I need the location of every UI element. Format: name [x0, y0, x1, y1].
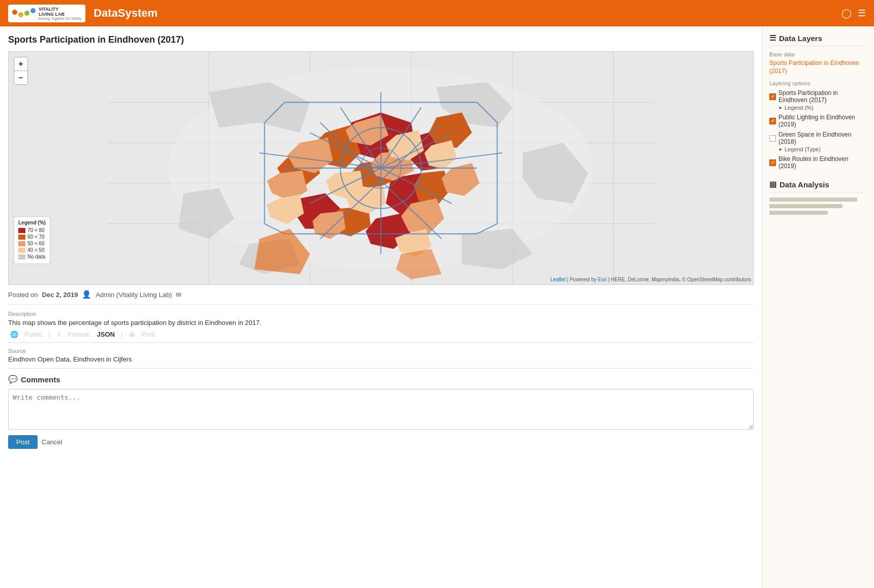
data-layers-label: Data Layers	[779, 34, 822, 43]
layer-name-1: Sports Participation in Eindhoven (2017)	[778, 89, 867, 104]
data-layers-section: ☰ Data Layers Base data Sports Participa…	[769, 34, 867, 170]
print-label[interactable]: Print	[141, 331, 155, 338]
layer-item-3: Green Space in Eindhoven (2018) ► Legend…	[769, 131, 867, 152]
right-sidebar: ☰ Data Layers Base data Sports Participa…	[762, 26, 874, 588]
legend-item-3: 50 < 60	[18, 241, 46, 246]
download-icon[interactable]: ⇩	[56, 331, 62, 338]
layer-row-4[interactable]: ✓ Bike Routes in Eindhoven (2019)	[769, 155, 867, 170]
format-label: Format:	[68, 331, 91, 338]
data-analysis-section: ▤ Data Analysis	[769, 180, 867, 215]
print-icon: 🖶	[129, 331, 135, 338]
description-label: Description	[8, 311, 754, 317]
checkmark-2: ✓	[771, 118, 775, 123]
logo-circle-yellow	[18, 12, 23, 17]
legend-item-4: 40 < 50	[18, 247, 46, 253]
comments-section: 💬 Comments Post Cancel	[8, 369, 754, 455]
legend-expand-label-1: Legend (%)	[785, 105, 814, 111]
base-data-label: Base data	[769, 51, 867, 57]
layer-checkbox-2[interactable]: ✓	[769, 118, 776, 124]
chevron-icon-3: ►	[778, 147, 783, 152]
zoom-in-button[interactable]: +	[14, 57, 27, 71]
leaflet-link[interactable]: Leaflet	[550, 277, 566, 282]
checkmark-4: ✓	[771, 160, 775, 165]
layer-name-4: Bike Routes in Eindhoven (2019)	[778, 155, 867, 170]
legend-expand-label-3: Legend (Type)	[785, 146, 821, 152]
layer-name-2: Public Lighting in Eindhoven (2019)	[778, 114, 867, 128]
comments-textarea[interactable]	[8, 389, 754, 430]
legend-label-5: No data	[27, 254, 45, 259]
app-title: DataSystem	[93, 7, 158, 20]
data-analysis-bars	[769, 198, 867, 215]
chart-icon: ▤	[769, 180, 776, 189]
legend-title: Legend (%)	[18, 220, 46, 225]
layer-row-2[interactable]: ✓ Public Lighting in Eindhoven (2019)	[769, 114, 867, 128]
layer-checkbox-4[interactable]: ✓	[769, 159, 776, 166]
person-icon: 👤	[82, 290, 91, 299]
analysis-bar-3	[769, 211, 828, 215]
analysis-bar-2	[769, 204, 842, 208]
post-button[interactable]: Post	[8, 435, 38, 449]
left-content: Sports Participation in Eindhoven (2017)…	[0, 26, 762, 588]
comments-icon: 💬	[8, 375, 18, 384]
author-name: Admin (Vitality Living Lab)	[96, 291, 172, 299]
legend-color-2	[18, 235, 25, 240]
data-layers-title: ☰ Data Layers	[769, 34, 867, 46]
logo-container: VITALITY LIVING LAB Moving Together for …	[8, 5, 85, 22]
map-legend: Legend (%) 70 < 80 60 < 70 50 < 60 40 < …	[14, 216, 50, 264]
legend-label-2: 60 < 70	[27, 234, 45, 240]
visibility-label: Public	[24, 331, 42, 338]
post-info: Posted on Dec 2, 2019 👤 Admin (Vitality …	[8, 285, 754, 305]
map-container[interactable]: + –	[8, 51, 754, 285]
legend-item-1: 70 < 80	[18, 227, 46, 233]
comments-title-text: Comments	[21, 375, 60, 384]
logo-circle-orange	[12, 10, 17, 15]
legend-color-5	[18, 254, 25, 259]
checkmark-1: ✓	[771, 94, 775, 99]
esri-link[interactable]: Esri	[598, 277, 607, 282]
description-text: This map shows the percentage of sports …	[8, 319, 754, 326]
comments-title: 💬 Comments	[8, 375, 754, 384]
cancel-button[interactable]: Cancel	[42, 438, 62, 446]
layering-label: Layering options	[769, 80, 867, 86]
source-text: Eindhovn Open Data, Eindhoven in Cijfers	[8, 355, 754, 363]
user-icon[interactable]: ◯	[841, 8, 852, 19]
layer-row-1[interactable]: ✓ Sports Participation in Eindhoven (201…	[769, 89, 867, 104]
globe-icon: 🌐	[10, 331, 18, 338]
legend-item-2: 60 < 70	[18, 234, 46, 240]
source-label: Source	[8, 348, 754, 354]
logo-text: VITALITY LIVING LAB Moving Together for …	[39, 7, 81, 20]
format-value[interactable]: JSON	[97, 331, 115, 338]
layer-checkbox-3[interactable]	[769, 135, 776, 142]
map-zoom-controls: + –	[14, 57, 28, 85]
layer-expand-3[interactable]: ► Legend (Type)	[778, 146, 867, 152]
layer-name-3: Green Space in Eindhoven (2018)	[778, 131, 867, 145]
layer-checkbox-1[interactable]: ✓	[769, 93, 776, 100]
main-container: Sports Participation in Eindhoven (2017)…	[0, 26, 874, 588]
layer-expand-1[interactable]: ► Legend (%)	[778, 105, 867, 111]
data-analysis-label: Data Analysis	[779, 180, 829, 189]
legend-label-1: 70 < 80	[27, 227, 45, 233]
source-section: Source Eindhovn Open Data, Eindhoven in …	[8, 343, 754, 369]
email-icon[interactable]: ✉	[176, 291, 181, 299]
layer-row-3[interactable]: Green Space in Eindhoven (2018)	[769, 131, 867, 145]
legend-label-4: 40 < 50	[27, 247, 45, 253]
comments-buttons: Post Cancel	[8, 435, 754, 449]
layer-item-4: ✓ Bike Routes in Eindhoven (2019)	[769, 155, 867, 170]
divider-1: |	[48, 331, 50, 338]
base-data-link[interactable]: Sports Participation in Eindhoven (2017)	[769, 59, 867, 75]
divider-2: |	[121, 331, 122, 338]
legend-color-1	[18, 228, 25, 233]
legend-color-4	[18, 248, 25, 253]
layer-item-1: ✓ Sports Participation in Eindhoven (201…	[769, 89, 867, 111]
page-title: Sports Participation in Eindhoven (2017)	[8, 35, 754, 45]
logo-circle-blue	[30, 8, 36, 13]
legend-item-5: No data	[18, 254, 46, 259]
zoom-out-button[interactable]: –	[14, 71, 27, 84]
chevron-icon-1: ►	[778, 105, 783, 110]
layer-item-2: ✓ Public Lighting in Eindhoven (2019)	[769, 114, 867, 128]
post-date: Dec 2, 2019	[42, 291, 78, 299]
map-attribution: Leaflet | Powered by Esri | HERE, DeLorm…	[550, 277, 751, 282]
description-section: Description This map shows the percentag…	[8, 305, 754, 343]
menu-icon[interactable]: ☰	[858, 8, 866, 19]
posted-on-label: Posted on	[8, 291, 38, 299]
